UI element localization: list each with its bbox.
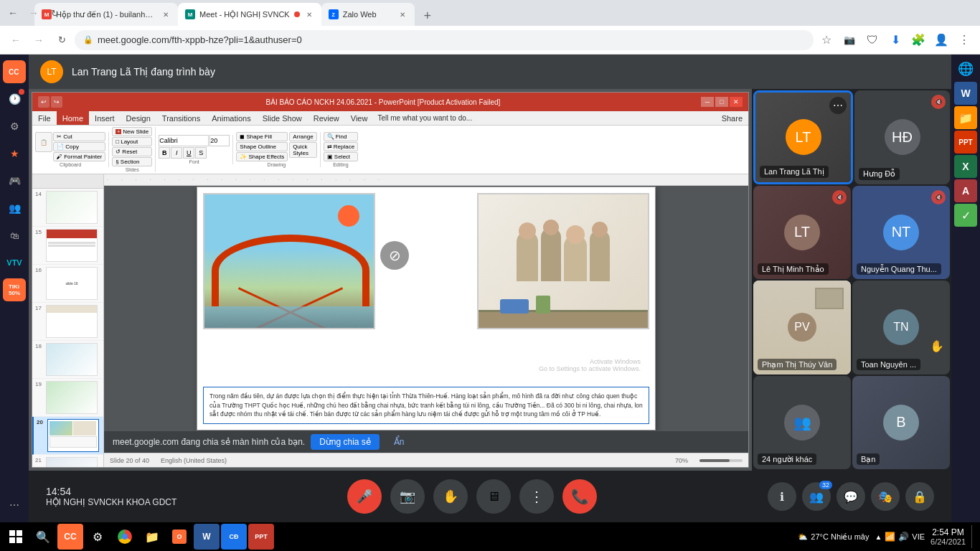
ppt-redo-btn[interactable]: ↪	[51, 96, 62, 108]
win-word-icon[interactable]: W	[954, 82, 977, 105]
copy-btn[interactable]: 📄 Copy	[53, 142, 105, 151]
slide-thumb-21[interactable]: 21	[32, 455, 103, 467]
menu-slideshow[interactable]: Slide Show	[257, 111, 308, 125]
taskbar-cocc2-icon[interactable]: CĐ	[221, 524, 247, 550]
tab-close-gmail[interactable]: ✕	[161, 9, 171, 19]
bold-btn[interactable]: B	[159, 147, 170, 159]
shield-btn[interactable]: 🛡	[862, 30, 882, 50]
select-btn[interactable]: ▣ Select	[324, 152, 359, 161]
shape-outline-btn[interactable]: Shape Outline	[236, 142, 288, 151]
menu-share[interactable]: Share	[716, 111, 748, 125]
menu-animations[interactable]: Animations	[206, 111, 256, 125]
taskbar-ppt-icon[interactable]: PPT	[248, 524, 274, 550]
cocc-shop-icon[interactable]: 🛍	[3, 224, 26, 247]
format-painter-btn[interactable]: 🖌 Format Painter	[53, 152, 105, 161]
taskbar-chrome-icon[interactable]	[112, 524, 138, 550]
extensions-btn[interactable]: 🧩	[908, 30, 928, 50]
browser-forward-btn[interactable]: →	[24, 3, 44, 23]
taskbar-office-icon[interactable]: O	[166, 524, 192, 550]
taskbar-settings-icon[interactable]: ⚙	[85, 524, 110, 550]
cocc-game-icon[interactable]: 🎮	[3, 169, 26, 192]
nav-forward[interactable]: →	[29, 30, 49, 50]
taskbar-search-btn[interactable]: 🔍	[30, 524, 56, 550]
taskbar-word-icon[interactable]: W	[194, 524, 220, 550]
cocc-bottom-icon[interactable]: ⋯	[3, 494, 26, 517]
shape-fill-btn[interactable]: ◼ Shape Fill	[236, 132, 288, 141]
hide-btn[interactable]: Ẩn	[385, 434, 413, 450]
volume-icon[interactable]: 🔊	[898, 532, 909, 542]
font-family-select[interactable]	[159, 135, 209, 146]
layout-btn[interactable]: □ Layout	[112, 137, 152, 146]
ppt-close-btn[interactable]: ✕	[730, 97, 743, 107]
nav-refresh[interactable]: ↻	[52, 30, 72, 50]
underline-btn[interactable]: U	[183, 147, 194, 159]
new-slide-btn[interactable]: + New Slide	[112, 127, 152, 136]
more-options-btn[interactable]: ⋮	[519, 479, 554, 514]
present-screen-btn[interactable]: 🖥	[476, 479, 511, 514]
menu-home[interactable]: Home	[57, 111, 89, 125]
menu-review[interactable]: Review	[308, 111, 345, 125]
section-btn[interactable]: § Section	[112, 157, 152, 166]
ppt-undo-btn[interactable]: ↩	[38, 96, 50, 108]
cocc-history-icon[interactable]: 🕐	[3, 88, 26, 110]
slide-thumb-15[interactable]: 15	[32, 227, 103, 265]
bookmark-btn[interactable]: ☆	[816, 30, 837, 50]
win-powerpoint-icon[interactable]: PPT	[954, 131, 977, 154]
replace-btn[interactable]: ⇄ Replace	[324, 142, 359, 151]
cut-btn[interactable]: ✂ Cut	[53, 132, 105, 141]
font-size-select[interactable]	[209, 135, 230, 146]
strikethrough-btn[interactable]: S	[195, 147, 207, 159]
cocc-bookmark-icon[interactable]: ★	[3, 142, 26, 165]
participants-btn[interactable]: 👥 32	[802, 482, 831, 511]
find-btn[interactable]: 🔍 Find	[324, 132, 359, 141]
cocc-social-icon[interactable]: 👥	[3, 197, 26, 220]
browser-back-btn[interactable]: ←	[3, 3, 23, 23]
win-folder-icon[interactable]: 📁	[954, 106, 977, 129]
italic-btn[interactable]: I	[171, 147, 182, 159]
camera-toggle-btn[interactable]: 📷	[390, 479, 425, 514]
tab-new-btn[interactable]: +	[418, 6, 438, 26]
slide-thumb-20[interactable]: 20	[32, 417, 103, 455]
more-options-lantrang[interactable]: ⋯	[829, 97, 847, 114]
cocc-settings-icon[interactable]: ⚙	[3, 115, 26, 138]
chat-btn[interactable]: 💬	[837, 482, 865, 511]
clock[interactable]: 2:54 PM 6/24/2021	[930, 527, 966, 546]
tab-meet[interactable]: M Meet - HỘI NGHỊ SVNCK ✕	[178, 3, 321, 26]
tab-zalo[interactable]: Z Zalo Web ✕	[321, 3, 415, 26]
tab-close-meet[interactable]: ✕	[304, 9, 314, 19]
tab-close-zalo[interactable]: ✕	[397, 9, 407, 19]
cocc-tv-icon[interactable]: VTV	[3, 251, 26, 274]
ppt-slide-canvas[interactable]: ⊘ Trong năm đầu tiên, dự án được lựa chọ…	[104, 186, 748, 431]
menu-file[interactable]: File	[32, 111, 57, 125]
taskbar-folder-icon[interactable]: 📁	[139, 524, 165, 550]
menu-transitions[interactable]: Transitions	[156, 111, 206, 125]
win-excel-icon[interactable]: X	[954, 155, 977, 178]
raise-hand-btn[interactable]: ✋	[433, 479, 468, 514]
nav-back[interactable]: ←	[6, 30, 26, 50]
slide-thumb-17[interactable]: 17	[32, 303, 103, 341]
tray-up-arrow[interactable]: ▲	[875, 533, 882, 541]
menu-btn[interactable]: ⋮	[954, 30, 974, 50]
shape-effects-btn[interactable]: ✨ Shape Effects	[236, 152, 288, 161]
network-icon[interactable]: 📶	[885, 532, 895, 542]
menu-insert[interactable]: Insert	[89, 111, 121, 125]
win-ie-icon[interactable]: 🌐	[954, 57, 977, 80]
cocc-logo[interactable]: CC	[3, 60, 26, 83]
weather-widget[interactable]: ⛅ 27°C Nhiều mây	[798, 532, 869, 542]
win-access-icon[interactable]: A	[954, 179, 977, 202]
zoom-slider[interactable]	[699, 459, 743, 462]
stop-sharing-btn[interactable]: Dừng chia sẻ	[311, 434, 380, 450]
profile-btn[interactable]: 👤	[931, 30, 951, 50]
slide-text-content[interactable]: Trong năm đầu tiên, dự án được lựa chọn …	[203, 387, 649, 424]
paste-btn[interactable]: 📋	[35, 132, 52, 152]
show-desktop-btn[interactable]	[971, 525, 977, 548]
end-call-btn[interactable]: 📞	[562, 479, 597, 514]
taskbar-cocc-icon[interactable]: CC	[57, 524, 83, 550]
win-green-icon[interactable]: ✓	[954, 204, 977, 227]
download-btn[interactable]: ⬇	[885, 30, 905, 50]
arrange-btn[interactable]: Arrange	[289, 132, 316, 141]
taskbar-start-btn[interactable]	[3, 524, 29, 550]
menu-help[interactable]: Tell me what you want to do...	[373, 111, 715, 125]
menu-design[interactable]: Design	[121, 111, 156, 125]
security-btn[interactable]: 🔒	[905, 482, 934, 511]
